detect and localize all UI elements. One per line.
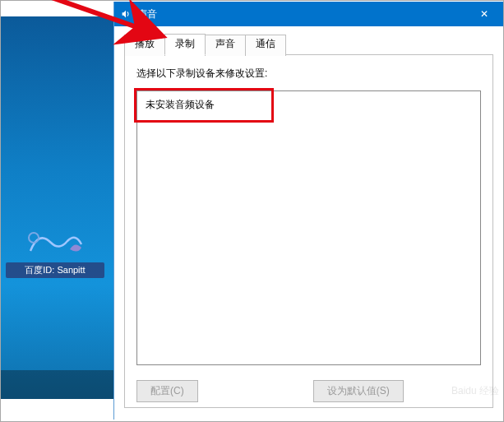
author-watermark: 百度ID: Sanpitt — [6, 226, 104, 278]
close-button[interactable]: ✕ — [465, 2, 503, 26]
tab-communication[interactable]: 通信 — [245, 35, 286, 56]
configure-button[interactable]: 配置(C) — [136, 380, 198, 402]
set-default-button[interactable]: 设为默认值(S) — [313, 380, 404, 402]
dialog-body: 播放 录制 声音 通信 选择以下录制设备来修改设置: 未安装音频设备 配置(C)… — [114, 26, 503, 420]
dialog-title: 声音 — [137, 7, 465, 21]
dialog-titlebar: 声音 ✕ — [114, 2, 503, 26]
recording-panel: 选择以下录制设备来修改设置: 未安装音频设备 配置(C) 设为默认值(S) — [124, 54, 493, 408]
close-icon: ✕ — [480, 8, 488, 20]
tab-playback[interactable]: 播放 — [124, 35, 165, 56]
tab-sound[interactable]: 声音 — [205, 35, 246, 56]
sound-icon — [119, 7, 132, 21]
tab-strip: 播放 录制 声音 通信 — [124, 33, 493, 54]
tab-recording[interactable]: 录制 — [164, 34, 206, 55]
no-device-text: 未安装音频设备 — [146, 99, 215, 110]
desktop-background: 百度ID: Sanpitt — [1, 16, 113, 399]
sound-dialog: 声音 ✕ 播放 录制 声音 通信 选择以下录制设备来修改设置: 未安装音频设备 … — [113, 2, 503, 420]
svg-point-0 — [29, 233, 39, 243]
device-list[interactable]: 未安装音频设备 — [136, 90, 481, 365]
taskbar[interactable] — [1, 370, 113, 399]
instruction-text: 选择以下录制设备来修改设置: — [136, 67, 481, 81]
watermark-text: 百度ID: Sanpitt — [6, 262, 104, 278]
baidu-watermark: Baidu 经验 — [417, 384, 499, 417]
